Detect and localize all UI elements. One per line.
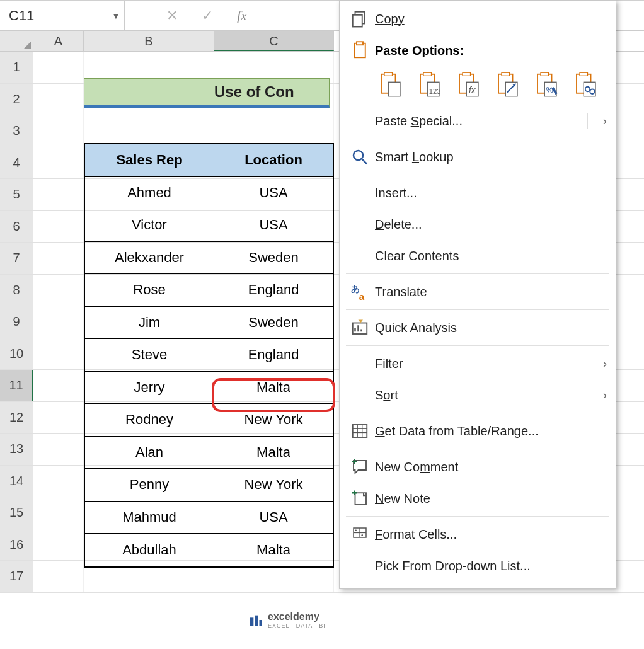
cell-A10[interactable] — [33, 338, 84, 370]
menu-new-note[interactable]: New Note — [340, 483, 616, 514]
select-all-triangle[interactable] — [0, 31, 33, 51]
row-header-4[interactable]: 4 — [0, 147, 33, 179]
menu-clear-contents[interactable]: Clear Contents — [340, 240, 616, 272]
menu-smart-lookup-label: Smart Lookup — [375, 150, 454, 164]
cell-A4[interactable] — [33, 147, 84, 179]
menu-quick-analysis[interactable]: Quick Analysis — [340, 312, 616, 343]
menu-translate[interactable]: あa Translate — [340, 276, 616, 307]
menu-get-data[interactable]: Get Data from Table/Range... — [340, 415, 616, 447]
menu-copy[interactable]: Copy — [340, 3, 616, 35]
cell-A13[interactable] — [33, 434, 84, 465]
data-table: Sales Rep Location AhmedUSAVictorUSAAlek… — [84, 143, 334, 568]
row-header-1[interactable]: 1 — [0, 52, 33, 83]
sales-rep-cell[interactable]: Rose — [85, 274, 214, 306]
cell-A9[interactable] — [33, 306, 84, 338]
sales-rep-cell[interactable]: Abdullah — [85, 534, 214, 566]
sales-rep-cell[interactable]: Alan — [85, 437, 214, 469]
location-cell[interactable]: England — [214, 339, 333, 371]
cell-A7[interactable] — [33, 243, 84, 274]
cell-A2[interactable] — [33, 84, 84, 115]
menu-filter-label: Filter — [375, 357, 403, 371]
location-cell[interactable]: USA — [214, 209, 333, 241]
row-header-15[interactable]: 15 — [0, 497, 33, 529]
cell-A11[interactable] — [33, 370, 84, 401]
menu-format-cells-label: Format Cells... — [375, 527, 457, 542]
sales-rep-cell[interactable]: Mahmud — [85, 502, 214, 534]
location-cell[interactable]: New York — [214, 469, 333, 501]
row-header-17[interactable]: 17 — [0, 561, 33, 592]
cell-A6[interactable] — [33, 211, 84, 243]
row-header-10[interactable]: 10 — [0, 338, 33, 370]
row-header-3[interactable]: 3 — [0, 115, 33, 147]
svg-rect-53 — [260, 620, 262, 626]
cell-A3[interactable] — [33, 115, 84, 147]
menu-pick-list[interactable]: Pick From Drop-down List... — [340, 550, 616, 582]
menu-insert[interactable]: Insert... — [340, 177, 616, 209]
sales-rep-cell[interactable]: Alekxander — [85, 242, 214, 274]
svg-rect-51 — [250, 617, 254, 626]
sales-rep-cell[interactable]: Ahmed — [85, 177, 214, 209]
cell-A15[interactable] — [33, 497, 84, 529]
sales-rep-cell[interactable]: Jim — [85, 307, 214, 339]
cell-A14[interactable] — [33, 466, 84, 497]
watermark-sub: EXCEL · DATA · BI — [268, 623, 326, 629]
svg-text:fx: fx — [469, 86, 476, 95]
cell-A12[interactable] — [33, 402, 84, 434]
menu-paste-special[interactable]: Paste Special... › — [340, 105, 616, 137]
cell-C3[interactable] — [214, 115, 334, 147]
menu-new-comment[interactable]: New Comment — [340, 451, 616, 483]
cell-A16[interactable] — [33, 529, 84, 561]
location-cell[interactable]: Sweden — [214, 307, 333, 339]
menu-delete[interactable]: Delete... — [340, 209, 616, 240]
row-header-11[interactable]: 11 — [0, 370, 33, 401]
menu-smart-lookup[interactable]: Smart Lookup — [340, 141, 616, 173]
location-cell[interactable]: Sweden — [214, 242, 333, 274]
column-header-A[interactable]: A — [33, 31, 84, 51]
location-cell[interactable]: USA — [214, 177, 333, 209]
location-cell[interactable]: Malta — [214, 534, 333, 566]
menu-filter[interactable]: Filter › — [340, 348, 616, 379]
location-cell[interactable]: England — [214, 274, 333, 306]
menu-sort[interactable]: Sort › — [340, 379, 616, 411]
table-row: RoseEngland — [85, 274, 333, 307]
column-header-C[interactable]: C — [214, 31, 334, 51]
menu-format-cells[interactable]: Format Cells... — [340, 519, 616, 550]
row-header-16[interactable]: 16 — [0, 529, 33, 561]
row-header-7[interactable]: 7 — [0, 243, 33, 274]
paste-values-icon[interactable]: 123 — [414, 69, 446, 100]
sales-rep-cell[interactable]: Rodney — [85, 404, 214, 436]
cell-A17[interactable] — [33, 561, 84, 592]
name-box-dropdown-icon[interactable]: ▼ — [108, 11, 124, 21]
paste-default-icon[interactable] — [375, 69, 406, 100]
paste-transpose-icon[interactable] — [492, 69, 524, 100]
paste-link-icon[interactable] — [570, 69, 602, 100]
column-header-B[interactable]: B — [84, 31, 214, 51]
svg-rect-16 — [502, 72, 510, 76]
sales-rep-cell[interactable]: Victor — [85, 209, 214, 241]
row-header-8[interactable]: 8 — [0, 275, 33, 306]
paste-formulas-icon[interactable]: fx — [453, 69, 485, 100]
cell-A1[interactable] — [33, 52, 84, 83]
row-header-6[interactable]: 6 — [0, 211, 33, 243]
location-cell[interactable]: New York — [214, 404, 333, 436]
fx-icon[interactable]: fx — [237, 8, 247, 24]
cell-A5[interactable] — [33, 179, 84, 210]
title-banner: Use of Con — [84, 78, 330, 108]
location-cell[interactable]: Malta — [214, 372, 333, 404]
location-cell[interactable]: USA — [214, 502, 333, 534]
row-header-12[interactable]: 12 — [0, 402, 33, 434]
name-box[interactable]: C11 — [0, 8, 108, 24]
row-header-14[interactable]: 14 — [0, 466, 33, 497]
sales-rep-cell[interactable]: Penny — [85, 469, 214, 501]
row-header-5[interactable]: 5 — [0, 179, 33, 210]
sales-rep-cell[interactable]: Jerry — [85, 372, 214, 404]
header-location: Location — [214, 144, 333, 176]
row-header-9[interactable]: 9 — [0, 306, 33, 338]
paste-formatting-icon[interactable]: % — [531, 69, 563, 100]
location-cell[interactable]: Malta — [214, 437, 333, 469]
cell-B3[interactable] — [84, 115, 214, 147]
sales-rep-cell[interactable]: Steve — [85, 339, 214, 371]
row-header-2[interactable]: 2 — [0, 84, 33, 115]
cell-A8[interactable] — [33, 275, 84, 306]
row-header-13[interactable]: 13 — [0, 434, 33, 465]
